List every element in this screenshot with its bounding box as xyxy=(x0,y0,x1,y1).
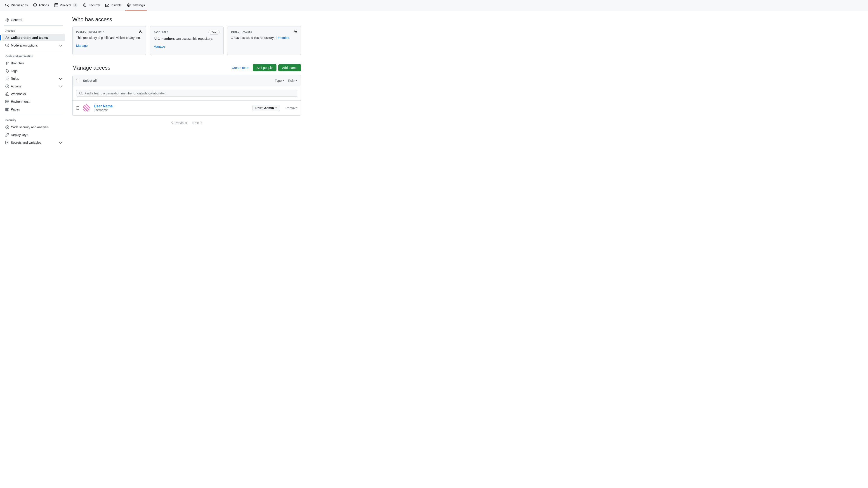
sidebar-item-environments[interactable]: Environments xyxy=(2,98,65,105)
user-checkbox[interactable] xyxy=(76,106,79,109)
select-all-label: Select all xyxy=(83,79,97,83)
role-value: Admin xyxy=(264,106,274,110)
sidebar-item-general[interactable]: General xyxy=(2,16,65,24)
sidebar-item-collaborators[interactable]: Collaborators and teams xyxy=(2,34,65,41)
tab-actions[interactable]: Actions xyxy=(31,0,51,11)
tab-security[interactable]: Security xyxy=(81,0,102,11)
manage-link[interactable]: Manage xyxy=(76,44,88,47)
settings-layout: General Access Collaborators and teams M… xyxy=(0,11,868,156)
settings-sidebar: General Access Collaborators and teams M… xyxy=(0,16,67,147)
card-body: This repository is public and visible to… xyxy=(76,35,143,40)
user-username: username xyxy=(94,108,113,112)
card-direct-access: DIRECT ACCESS 1 has access to this repos… xyxy=(227,26,301,55)
tab-projects[interactable]: Projects 1 xyxy=(53,0,80,11)
sidebar-item-label: General xyxy=(11,18,22,22)
play-icon xyxy=(33,3,37,7)
pagination-next[interactable]: Next xyxy=(192,121,202,125)
create-team-link[interactable]: Create team xyxy=(230,64,251,71)
comment-discussion-icon xyxy=(5,43,9,47)
codescan-icon xyxy=(5,125,9,129)
tag-icon xyxy=(5,69,9,73)
user-actions: Role: Admin Remove xyxy=(252,105,297,111)
key-icon xyxy=(5,133,9,137)
page-title-manage: Manage access xyxy=(72,65,110,71)
card-body: All 1 members can access this repository… xyxy=(154,36,220,41)
role-dropdown[interactable]: Role: Admin xyxy=(252,105,280,111)
sidebar-item-label: Deploy keys xyxy=(11,133,28,137)
tab-label: Security xyxy=(88,3,100,7)
sidebar-item-label: Code security and analysis xyxy=(11,125,49,129)
sidebar-item-rules[interactable]: Rules xyxy=(2,75,65,82)
chevron-down-icon xyxy=(59,44,62,46)
sidebar-item-tags[interactable]: Tags xyxy=(2,67,65,74)
tab-discussions[interactable]: Discussions xyxy=(4,0,30,11)
select-all-checkbox[interactable] xyxy=(76,79,79,82)
add-people-button[interactable]: Add people xyxy=(253,64,276,71)
sidebar-item-branches[interactable]: Branches xyxy=(2,60,65,67)
sidebar-item-label: Branches xyxy=(11,61,24,65)
role-label: Role: xyxy=(255,106,263,110)
pag-label: Previous xyxy=(175,121,187,125)
collaborator-search-input[interactable] xyxy=(85,92,294,95)
avatar[interactable] xyxy=(83,104,90,111)
tab-insights[interactable]: Insights xyxy=(103,0,123,11)
search-wrap[interactable] xyxy=(76,90,297,97)
sidebar-item-label: Pages xyxy=(11,107,20,111)
sidebar-item-actions[interactable]: Actions xyxy=(2,83,65,90)
text: has access to this repository. xyxy=(233,36,275,39)
sidebar-item-secrets[interactable]: Secrets and variables xyxy=(2,139,65,146)
search-icon xyxy=(79,92,83,95)
sidebar-group-code: Code and automation xyxy=(0,53,67,60)
sidebar-group-access: Access xyxy=(0,27,67,34)
access-count: 1 xyxy=(231,36,233,39)
sidebar-item-label: Webhooks xyxy=(11,92,26,96)
chevron-left-icon xyxy=(172,121,174,124)
chevron-down-icon xyxy=(59,141,62,143)
caret-down-icon xyxy=(275,107,277,108)
card-title: PUBLIC REPOSITORY xyxy=(76,30,104,33)
box-header: Select all Type Role xyxy=(72,75,301,86)
user-display-name[interactable]: User Name xyxy=(94,104,113,108)
sidebar-item-moderation[interactable]: Moderation options xyxy=(2,42,65,49)
eye-icon xyxy=(139,30,143,34)
sidebar-item-webhooks[interactable]: Webhooks xyxy=(2,90,65,98)
play-icon xyxy=(5,85,9,88)
repo-top-nav: Discussions Actions Projects 1 Security … xyxy=(0,0,868,11)
tab-settings[interactable]: Settings xyxy=(125,0,147,11)
member-link[interactable]: 1 member xyxy=(275,36,289,39)
pagination-previous[interactable]: Previous xyxy=(172,121,187,125)
chevron-down-icon xyxy=(59,77,62,79)
tab-label: Discussions xyxy=(11,3,28,7)
member-count: 1 members xyxy=(158,37,175,40)
user-info: User Name username xyxy=(94,104,113,112)
sidebar-item-label: Collaborators and teams xyxy=(11,36,48,39)
text: can access this repository. xyxy=(175,37,213,40)
base-role-badge: Read xyxy=(209,30,220,35)
comment-discussion-icon xyxy=(5,3,9,7)
server-icon xyxy=(5,100,9,103)
filter-label: Type xyxy=(275,79,282,83)
manage-access-header: Manage access Create team Add people Add… xyxy=(72,64,301,71)
manage-link[interactable]: Manage xyxy=(154,45,165,48)
add-teams-button[interactable]: Add teams xyxy=(278,64,301,71)
card-public-repo: PUBLIC REPOSITORY This repository is pub… xyxy=(72,26,146,55)
tab-label: Projects xyxy=(60,3,71,7)
filter-label: Role xyxy=(288,79,294,83)
sidebar-item-pages[interactable]: Pages xyxy=(2,106,65,113)
gear-icon xyxy=(5,18,9,22)
remove-user-link[interactable]: Remove xyxy=(285,106,297,110)
sidebar-divider xyxy=(4,25,63,26)
sidebar-item-code-security[interactable]: Code security and analysis xyxy=(2,124,65,131)
shield-icon xyxy=(83,3,87,7)
sidebar-item-deploy-keys[interactable]: Deploy keys xyxy=(2,131,65,138)
sidebar-item-label: Moderation options xyxy=(11,43,38,47)
role-filter[interactable]: Role xyxy=(288,79,297,83)
card-body: 1 has access to this repository. 1 membe… xyxy=(231,35,297,40)
text: All xyxy=(154,37,158,40)
sidebar-item-label: Environments xyxy=(11,100,30,103)
pagination: Previous Next xyxy=(72,121,301,125)
caret-down-icon xyxy=(283,80,284,81)
type-filter[interactable]: Type xyxy=(275,79,284,83)
people-icon xyxy=(293,30,297,34)
git-branch-icon xyxy=(5,61,9,65)
